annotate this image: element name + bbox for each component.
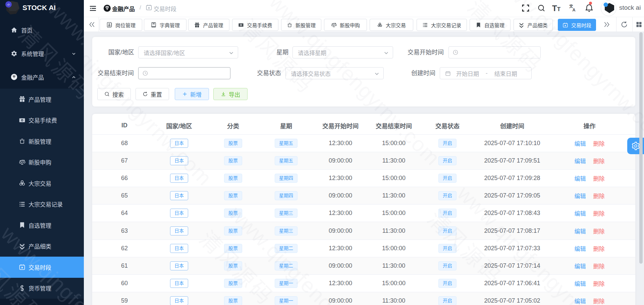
svg-text:A: A	[572, 8, 575, 12]
svg-text:‹/›: ‹/›	[7, 3, 10, 6]
